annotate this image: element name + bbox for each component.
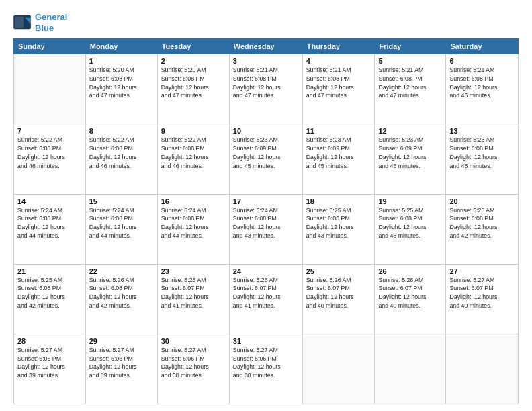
logo-text: General Blue [35, 12, 67, 33]
day-number: 18 [306, 197, 371, 205]
calendar-cell: 10Sunrise: 5:23 AM Sunset: 6:09 PM Dayli… [229, 124, 302, 194]
calendar-cell: 31Sunrise: 5:27 AM Sunset: 6:06 PM Dayli… [229, 334, 302, 404]
day-number: 8 [89, 127, 154, 135]
logo-icon [13, 15, 32, 30]
day-info: Sunrise: 5:23 AM Sunset: 6:08 PM Dayligh… [449, 136, 515, 170]
day-number: 9 [161, 127, 226, 135]
week-row-5: 28Sunrise: 5:27 AM Sunset: 6:06 PM Dayli… [14, 334, 519, 404]
calendar-cell: 13Sunrise: 5:23 AM Sunset: 6:08 PM Dayli… [446, 124, 519, 194]
weekday-header-wednesday: Wednesday [229, 39, 302, 54]
day-info: Sunrise: 5:24 AM Sunset: 6:08 PM Dayligh… [89, 206, 154, 240]
calendar-cell: 9Sunrise: 5:22 AM Sunset: 6:08 PM Daylig… [157, 124, 229, 194]
calendar-cell: 22Sunrise: 5:26 AM Sunset: 6:08 PM Dayli… [85, 264, 157, 334]
calendar-cell: 15Sunrise: 5:24 AM Sunset: 6:08 PM Dayli… [85, 194, 157, 264]
day-number: 30 [161, 337, 226, 345]
day-info: Sunrise: 5:21 AM Sunset: 6:08 PM Dayligh… [233, 66, 299, 100]
day-number: 22 [89, 267, 154, 275]
day-info: Sunrise: 5:27 AM Sunset: 6:06 PM Dayligh… [161, 346, 226, 380]
day-info: Sunrise: 5:22 AM Sunset: 6:08 PM Dayligh… [161, 136, 226, 170]
weekday-header-friday: Friday [375, 39, 446, 54]
calendar-cell: 20Sunrise: 5:25 AM Sunset: 6:08 PM Dayli… [446, 194, 519, 264]
day-number: 31 [233, 337, 299, 345]
calendar-cell: 4Sunrise: 5:21 AM Sunset: 6:08 PM Daylig… [302, 54, 375, 124]
calendar-table: SundayMondayTuesdayWednesdayThursdayFrid… [13, 38, 519, 404]
day-info: Sunrise: 5:20 AM Sunset: 6:08 PM Dayligh… [161, 66, 226, 100]
day-number: 25 [306, 267, 371, 275]
day-number: 6 [449, 57, 515, 65]
weekday-header-tuesday: Tuesday [157, 39, 229, 54]
day-number: 14 [17, 197, 82, 205]
calendar-cell: 28Sunrise: 5:27 AM Sunset: 6:06 PM Dayli… [14, 334, 86, 404]
day-info: Sunrise: 5:26 AM Sunset: 6:07 PM Dayligh… [233, 276, 299, 310]
week-row-3: 14Sunrise: 5:24 AM Sunset: 6:08 PM Dayli… [14, 194, 519, 264]
day-info: Sunrise: 5:21 AM Sunset: 6:08 PM Dayligh… [378, 66, 442, 100]
weekday-header-saturday: Saturday [446, 39, 519, 54]
calendar-cell: 7Sunrise: 5:22 AM Sunset: 6:08 PM Daylig… [14, 124, 86, 194]
page: General Blue SundayMondayTuesdayWednesda… [0, 0, 532, 411]
week-row-1: 1Sunrise: 5:20 AM Sunset: 6:08 PM Daylig… [14, 54, 519, 124]
day-number: 7 [17, 127, 82, 135]
calendar-cell: 30Sunrise: 5:27 AM Sunset: 6:06 PM Dayli… [157, 334, 229, 404]
calendar-cell: 1Sunrise: 5:20 AM Sunset: 6:08 PM Daylig… [85, 54, 157, 124]
day-info: Sunrise: 5:25 AM Sunset: 6:08 PM Dayligh… [17, 276, 82, 310]
day-info: Sunrise: 5:27 AM Sunset: 6:06 PM Dayligh… [17, 346, 82, 380]
week-row-2: 7Sunrise: 5:22 AM Sunset: 6:08 PM Daylig… [14, 124, 519, 194]
day-info: Sunrise: 5:25 AM Sunset: 6:08 PM Dayligh… [306, 206, 371, 240]
day-info: Sunrise: 5:26 AM Sunset: 6:07 PM Dayligh… [161, 276, 226, 310]
day-number: 13 [449, 127, 515, 135]
day-number: 20 [449, 197, 515, 205]
day-number: 11 [306, 127, 371, 135]
day-info: Sunrise: 5:27 AM Sunset: 6:06 PM Dayligh… [233, 346, 299, 380]
calendar-cell: 26Sunrise: 5:26 AM Sunset: 6:07 PM Dayli… [375, 264, 446, 334]
day-number: 5 [378, 57, 442, 65]
day-number: 26 [378, 267, 442, 275]
calendar-cell: 29Sunrise: 5:27 AM Sunset: 6:06 PM Dayli… [85, 334, 157, 404]
day-info: Sunrise: 5:24 AM Sunset: 6:08 PM Dayligh… [17, 206, 82, 240]
day-info: Sunrise: 5:26 AM Sunset: 6:07 PM Dayligh… [378, 276, 442, 310]
calendar-cell: 18Sunrise: 5:25 AM Sunset: 6:08 PM Dayli… [302, 194, 375, 264]
day-info: Sunrise: 5:23 AM Sunset: 6:09 PM Dayligh… [306, 136, 371, 170]
calendar-cell: 16Sunrise: 5:24 AM Sunset: 6:08 PM Dayli… [157, 194, 229, 264]
day-info: Sunrise: 5:21 AM Sunset: 6:08 PM Dayligh… [306, 66, 371, 100]
calendar-cell [302, 334, 375, 404]
day-info: Sunrise: 5:24 AM Sunset: 6:08 PM Dayligh… [161, 206, 226, 240]
calendar-cell: 21Sunrise: 5:25 AM Sunset: 6:08 PM Dayli… [14, 264, 86, 334]
day-info: Sunrise: 5:25 AM Sunset: 6:08 PM Dayligh… [378, 206, 442, 240]
day-number: 19 [378, 197, 442, 205]
day-info: Sunrise: 5:20 AM Sunset: 6:08 PM Dayligh… [89, 66, 154, 100]
weekday-header-monday: Monday [85, 39, 157, 54]
day-number: 27 [449, 267, 515, 275]
day-number: 23 [161, 267, 226, 275]
calendar-cell: 19Sunrise: 5:25 AM Sunset: 6:08 PM Dayli… [375, 194, 446, 264]
calendar-cell: 6Sunrise: 5:21 AM Sunset: 6:08 PM Daylig… [446, 54, 519, 124]
day-info: Sunrise: 5:21 AM Sunset: 6:08 PM Dayligh… [449, 66, 515, 100]
day-info: Sunrise: 5:26 AM Sunset: 6:07 PM Dayligh… [306, 276, 371, 310]
weekday-header-thursday: Thursday [302, 39, 375, 54]
calendar-cell: 3Sunrise: 5:21 AM Sunset: 6:08 PM Daylig… [229, 54, 302, 124]
day-number: 3 [233, 57, 299, 65]
day-number: 2 [161, 57, 226, 65]
day-number: 16 [161, 197, 226, 205]
weekday-header-row: SundayMondayTuesdayWednesdayThursdayFrid… [14, 39, 519, 54]
day-number: 28 [17, 337, 82, 345]
calendar-cell: 2Sunrise: 5:20 AM Sunset: 6:08 PM Daylig… [157, 54, 229, 124]
calendar-cell: 8Sunrise: 5:22 AM Sunset: 6:08 PM Daylig… [85, 124, 157, 194]
calendar-cell: 24Sunrise: 5:26 AM Sunset: 6:07 PM Dayli… [229, 264, 302, 334]
day-info: Sunrise: 5:26 AM Sunset: 6:08 PM Dayligh… [89, 276, 154, 310]
day-number: 4 [306, 57, 371, 65]
day-info: Sunrise: 5:25 AM Sunset: 6:08 PM Dayligh… [449, 206, 515, 240]
day-info: Sunrise: 5:23 AM Sunset: 6:09 PM Dayligh… [378, 136, 442, 170]
calendar-cell: 5Sunrise: 5:21 AM Sunset: 6:08 PM Daylig… [375, 54, 446, 124]
header: General Blue [13, 12, 519, 33]
day-number: 1 [89, 57, 154, 65]
day-info: Sunrise: 5:22 AM Sunset: 6:08 PM Dayligh… [17, 136, 82, 170]
day-info: Sunrise: 5:23 AM Sunset: 6:09 PM Dayligh… [233, 136, 299, 170]
calendar-cell: 25Sunrise: 5:26 AM Sunset: 6:07 PM Dayli… [302, 264, 375, 334]
calendar-cell: 17Sunrise: 5:24 AM Sunset: 6:08 PM Dayli… [229, 194, 302, 264]
day-info: Sunrise: 5:22 AM Sunset: 6:08 PM Dayligh… [89, 136, 154, 170]
day-number: 21 [17, 267, 82, 275]
svg-rect-2 [15, 16, 24, 28]
calendar-cell [446, 334, 519, 404]
day-number: 10 [233, 127, 299, 135]
week-row-4: 21Sunrise: 5:25 AM Sunset: 6:08 PM Dayli… [14, 264, 519, 334]
